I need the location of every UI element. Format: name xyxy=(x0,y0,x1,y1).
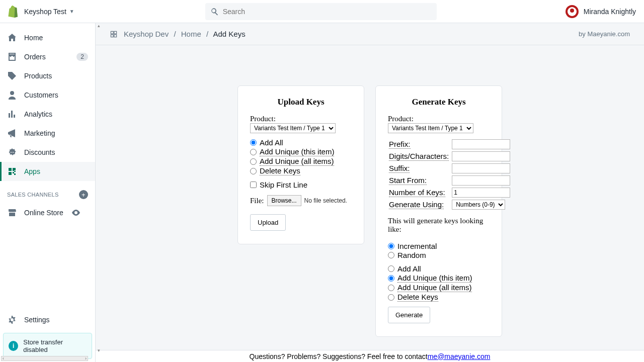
file-label: File: xyxy=(250,197,264,205)
search-input[interactable] xyxy=(223,8,432,16)
panels: Upload Keys Product: Variants Test Item … xyxy=(96,45,644,350)
file-row: File: Browse... No file selected. xyxy=(250,195,352,206)
analytics-icon xyxy=(7,109,17,119)
channels-header-label: SALES CHANNELS xyxy=(7,192,59,198)
home-icon xyxy=(7,33,17,43)
upload-mode-radios: Add All Add Unique (this item) Add Uniqu… xyxy=(250,138,352,175)
upload-button[interactable]: Upload xyxy=(250,214,286,231)
sidebar-item-home[interactable]: Home xyxy=(0,28,95,47)
gen-radio-incremental[interactable]: Incremental xyxy=(388,242,490,250)
byline-link[interactable]: Maeyanie.com xyxy=(587,30,630,38)
scroll-up-icon[interactable]: ▴ xyxy=(98,23,100,28)
nav-list: Home Orders 2 Products Customers Analyti… xyxy=(0,23,95,181)
scroll-down-icon[interactable]: ▾ xyxy=(98,348,100,353)
start-from-label: Start From: xyxy=(389,176,427,185)
prefix-input[interactable] xyxy=(452,139,510,149)
search-wrap xyxy=(205,3,437,20)
upload-heading: Upload Keys xyxy=(250,97,352,107)
breadcrumb-app[interactable]: Keyshop Dev xyxy=(124,30,169,38)
num-keys-label: Number of Keys: xyxy=(389,188,445,197)
breadcrumb-sep: / xyxy=(206,30,208,38)
shopify-logo-icon xyxy=(8,6,19,18)
generate-product-label: Product: xyxy=(388,115,414,123)
sidebar-item-label: Orders xyxy=(24,53,46,61)
gear-icon xyxy=(7,315,17,325)
num-keys-input[interactable] xyxy=(452,188,510,198)
sidebar-item-label: Products xyxy=(24,72,52,80)
upload-card: Upload Keys Product: Variants Test Item … xyxy=(237,85,364,244)
generate-card: Generate Keys Product: Variants Test Ite… xyxy=(375,85,502,337)
sidebar-item-apps[interactable]: Apps xyxy=(0,162,95,181)
sidebar-item-label: Customers xyxy=(24,91,58,99)
user-menu[interactable]: Miranda Knightly xyxy=(566,5,636,18)
sidebar-item-label: Discounts xyxy=(24,148,55,156)
preview-text: This will generate keys looking like: xyxy=(388,217,490,234)
generate-fields: Prefix: Digits/Characters: Suffix: Start… xyxy=(388,138,511,211)
gen-radio-add-all[interactable]: Add All xyxy=(388,264,490,273)
store-icon xyxy=(7,208,17,218)
gen-using-label: Generate Using: xyxy=(389,200,444,209)
add-channel-button[interactable]: + xyxy=(79,190,88,199)
byline: by Maeyanie.com xyxy=(579,30,630,38)
suffix-label: Suffix: xyxy=(389,164,410,173)
orders-badge: 2 xyxy=(76,53,88,61)
upload-product-select[interactable]: Variants Test Item / Type 1 xyxy=(250,123,336,133)
gen-radio-unique-item[interactable]: Add Unique (this item) xyxy=(388,274,490,283)
sidebar-footer: Settings i Store transfer disabled xyxy=(0,310,95,362)
topbar: Keyshop Test ▼ Miranda Knightly xyxy=(0,0,644,23)
breadcrumb-current: Add Keys xyxy=(213,30,245,38)
prefix-label: Prefix: xyxy=(389,140,411,149)
store-menu[interactable]: Keyshop Test ▼ xyxy=(24,8,74,16)
notice-banner: i Store transfer disabled xyxy=(3,333,92,359)
generate-heading: Generate Keys xyxy=(388,97,490,107)
sidebar-item-customers[interactable]: Customers xyxy=(0,85,95,105)
footer-email-link[interactable]: me@maeyanie.com xyxy=(428,352,491,360)
store-name: Keyshop Test xyxy=(24,8,66,16)
generate-mode-radios: Incremental Random xyxy=(388,242,490,259)
products-icon xyxy=(7,71,17,81)
gen-radio-unique-all[interactable]: Add Unique (all items) xyxy=(388,283,490,292)
sidebar-item-orders[interactable]: Orders 2 xyxy=(0,47,95,66)
h-scrollbar[interactable]: ‹› xyxy=(1,356,88,361)
orders-icon xyxy=(7,52,17,62)
upload-radio-add-all[interactable]: Add All xyxy=(250,138,352,147)
discounts-icon xyxy=(7,147,17,157)
sidebar-item-marketing[interactable]: Marketing xyxy=(0,124,95,143)
avatar xyxy=(566,5,579,18)
generate-action-radios: Add All Add Unique (this item) Add Uniqu… xyxy=(388,264,490,302)
generate-button[interactable]: Generate xyxy=(388,307,430,323)
browse-button[interactable]: Browse... xyxy=(267,195,301,206)
info-icon: i xyxy=(9,341,18,351)
sidebar-item-analytics[interactable]: Analytics xyxy=(0,105,95,124)
sidebar: ▴ Home Orders 2 Products Customers Anal xyxy=(0,23,96,362)
digits-label: Digits/Characters: xyxy=(389,152,449,161)
gen-radio-delete[interactable]: Delete Keys xyxy=(388,293,490,302)
sidebar-item-label: Online Store xyxy=(24,209,63,217)
suffix-input[interactable] xyxy=(452,163,510,173)
sidebar-item-products[interactable]: Products xyxy=(0,66,95,85)
caret-down-icon: ▼ xyxy=(69,9,74,14)
digits-input[interactable] xyxy=(452,151,510,161)
skip-first-row: Skip First Line xyxy=(250,180,352,189)
sidebar-item-settings[interactable]: Settings xyxy=(0,310,95,330)
notice-text: Store transfer disabled xyxy=(23,338,87,353)
upload-radio-unique-item[interactable]: Add Unique (this item) xyxy=(250,147,352,156)
sidebar-item-discounts[interactable]: Discounts xyxy=(0,143,95,162)
gen-radio-random[interactable]: Random xyxy=(388,251,490,259)
breadcrumb: Keyshop Dev / Home / Add Keys xyxy=(124,30,246,38)
search-box[interactable] xyxy=(205,3,437,20)
settings-label: Settings xyxy=(24,316,50,324)
skip-first-checkbox[interactable]: Skip First Line xyxy=(250,180,352,189)
start-from-input[interactable] xyxy=(452,175,510,186)
apps-icon xyxy=(7,166,17,176)
page-footer: Questions? Problems? Suggestions? Feel f… xyxy=(96,350,644,362)
sidebar-item-online-store[interactable]: Online Store xyxy=(0,203,95,222)
generate-product-select[interactable]: Variants Test Item / Type 1 xyxy=(388,123,473,133)
breadcrumb-sep: / xyxy=(174,30,176,38)
breadcrumb-home[interactable]: Home xyxy=(181,30,201,38)
upload-radio-delete[interactable]: Delete Keys xyxy=(250,166,352,175)
gen-using-select[interactable]: Numbers (0-9) xyxy=(452,200,505,210)
view-icon[interactable] xyxy=(71,208,81,218)
byline-prefix: by xyxy=(579,30,587,38)
upload-radio-unique-all[interactable]: Add Unique (all items) xyxy=(250,157,352,166)
